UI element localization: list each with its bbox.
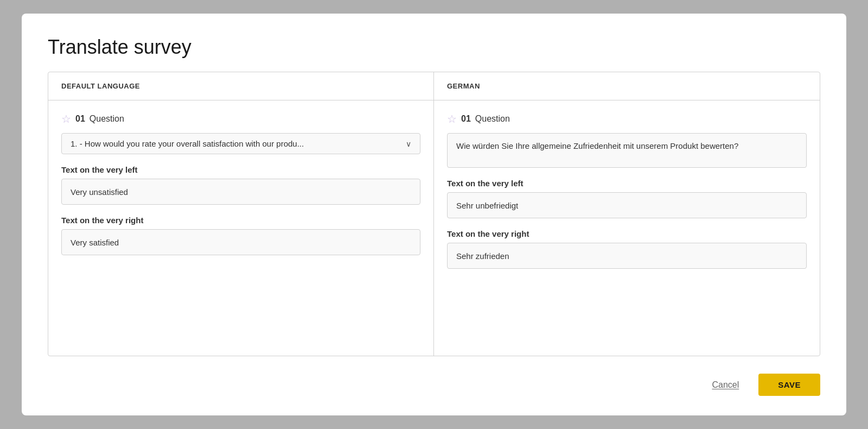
german-left-label: Text on the very left <box>447 179 807 188</box>
default-right-group: Text on the very right Very satisfied <box>61 216 420 255</box>
select-value: 1. - How would you rate your overall sat… <box>71 139 304 148</box>
german-left-group: Text on the very left Sehr unbefriedigt <box>447 179 807 218</box>
default-question-header: ☆ 01 Question <box>61 113 420 124</box>
grid-body: ☆ 01 Question 1. - How would you rate yo… <box>48 100 820 356</box>
german-col: ☆ 01 Question Wie würden Sie Ihre allgem… <box>434 100 820 356</box>
star-icon-german: ☆ <box>447 113 457 124</box>
default-question-section: ☆ 01 Question 1. - How would you rate yo… <box>61 113 420 154</box>
german-right-label: Text on the very right <box>447 229 807 238</box>
page-title: Translate survey <box>48 35 820 59</box>
translate-survey-modal: Translate survey DEFAULT LANGUAGE GERMAN… <box>22 14 846 415</box>
footer: Cancel SAVE <box>48 369 820 396</box>
german-right-group: Text on the very right Sehr zufrieden <box>447 229 807 269</box>
star-icon: ☆ <box>61 113 71 124</box>
default-left-label: Text on the very left <box>61 165 420 174</box>
german-header: GERMAN <box>434 72 820 100</box>
chevron-down-icon: ∨ <box>406 140 411 148</box>
default-language-header: DEFAULT LANGUAGE <box>48 72 434 100</box>
german-question-header: ☆ 01 Question <box>447 113 807 124</box>
translation-grid: DEFAULT LANGUAGE GERMAN ☆ 01 Question 1.… <box>48 72 820 356</box>
german-question-num: 01 <box>461 114 471 124</box>
default-right-value: Very satisfied <box>61 229 420 255</box>
default-left-value: Very unsatisfied <box>61 179 420 205</box>
german-right-value[interactable]: Sehr zufrieden <box>447 243 807 269</box>
default-left-group: Text on the very left Very unsatisfied <box>61 165 420 205</box>
german-question-section: ☆ 01 Question Wie würden Sie Ihre allgem… <box>447 113 807 168</box>
default-question-label: Question <box>90 114 124 124</box>
default-right-label: Text on the very right <box>61 216 420 225</box>
cancel-button[interactable]: Cancel <box>703 375 748 395</box>
german-question-textarea[interactable]: Wie würden Sie Ihre allgemeine Zufrieden… <box>447 133 807 168</box>
save-button[interactable]: SAVE <box>758 374 820 396</box>
default-language-col: ☆ 01 Question 1. - How would you rate yo… <box>48 100 434 356</box>
german-left-value[interactable]: Sehr unbefriedigt <box>447 192 807 218</box>
german-question-label: Question <box>475 114 510 124</box>
grid-header: DEFAULT LANGUAGE GERMAN <box>48 72 820 100</box>
default-question-num: 01 <box>75 114 85 124</box>
question-select-dropdown[interactable]: 1. - How would you rate your overall sat… <box>61 133 420 154</box>
